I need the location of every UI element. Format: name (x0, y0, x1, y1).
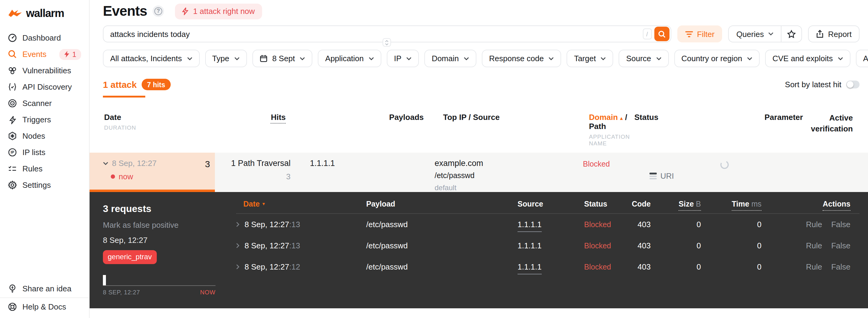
filter-chip-application[interactable]: Application (318, 50, 381, 67)
results-summary: 1 attack 7 hits Sort by latest hit (103, 79, 860, 90)
favorite-query-button[interactable] (781, 25, 802, 42)
chevron-down-icon (234, 57, 239, 60)
request-row[interactable]: 8 Sep, 12:27:12 /etc/passwd 1.1.1.1 Bloc… (236, 256, 860, 278)
chevron-right-icon[interactable] (236, 264, 240, 269)
attack-count-tab[interactable]: 1 attack (103, 79, 137, 90)
rule-action-link[interactable]: Rule (806, 241, 822, 250)
rule-action-link[interactable]: Rule (806, 262, 822, 271)
bolt-icon (64, 51, 70, 58)
report-button[interactable]: Report (808, 25, 860, 42)
column-header-status[interactable]: Status (629, 113, 745, 147)
svg-text:IP: IP (10, 150, 14, 154)
requests-timeline-chart: 8 SEP, 12:27 NOW (103, 276, 216, 296)
bolt-icon (8, 115, 17, 124)
filter-chip-cve[interactable]: CVE and exploits (765, 50, 850, 67)
request-size: 0 (651, 220, 701, 229)
chevron-right-icon[interactable] (236, 243, 240, 248)
calendar-icon (259, 55, 267, 62)
help-icon[interactable]: ? (153, 5, 164, 17)
search-button[interactable] (654, 27, 669, 41)
column-header-actions[interactable]: Actions (762, 200, 850, 208)
sidebar-item-events[interactable]: Events 1 (0, 46, 89, 62)
sidebar-item-dashboard[interactable]: Dashboard (0, 30, 89, 46)
sidebar-item-label: Settings (22, 180, 51, 190)
sidebar-item-triggers[interactable]: Triggers (0, 111, 89, 128)
sidebar-item-api-discovery[interactable]: API Discovery (0, 79, 89, 95)
column-header-payload[interactable]: Payload (366, 200, 518, 208)
timeline-start-label: 8 SEP, 12:27 (103, 289, 140, 296)
sort-toggle[interactable] (846, 81, 860, 88)
attack-active-verification-cell (674, 153, 745, 192)
false-action-link[interactable]: False (831, 262, 850, 271)
attack-date-cell[interactable]: 8 Sep, 12:27 now 3 (90, 153, 215, 192)
chevron-down-icon (187, 57, 192, 60)
details-date: 8 Sep, 12:27 (103, 236, 236, 245)
sidebar-item-ip-lists[interactable]: IP IP lists (0, 144, 89, 161)
filter-chip-type[interactable]: Type (205, 50, 247, 67)
attack-domain[interactable]: example.com (435, 159, 578, 168)
attack-row[interactable]: 8 Sep, 12:27 now 3 1 Path Traversal 3 1.… (90, 153, 868, 192)
request-row[interactable]: 8 Sep, 12:27:13 /etc/passwd 1.1.1.1 Bloc… (236, 214, 860, 235)
filter-chip-target[interactable]: Target (567, 50, 614, 67)
mark-false-positive-link[interactable]: Mark as false positive (103, 221, 236, 230)
rule-action-link[interactable]: Rule (806, 220, 822, 229)
chevron-right-icon[interactable] (236, 222, 240, 227)
queries-button[interactable]: Queries (728, 25, 781, 42)
column-header-time[interactable]: Time ms (701, 200, 762, 208)
request-source[interactable]: 1.1.1.1 (518, 262, 584, 271)
false-action-link[interactable]: False (831, 220, 850, 229)
search-collapse-handle[interactable] (383, 38, 391, 47)
chevron-expanded-icon[interactable] (103, 162, 108, 165)
sidebar-item-rules[interactable]: Rules (0, 161, 89, 177)
filter-chip-country[interactable]: Country or region (674, 50, 760, 67)
filter-button[interactable]: Filter (677, 25, 722, 42)
sidebar-item-vulnerabilities[interactable]: Vulnerabilities (0, 62, 89, 79)
filter-chip-ip[interactable]: IP (387, 50, 419, 67)
false-action-link[interactable]: False (831, 241, 850, 250)
request-payload: /etc/passwd (366, 262, 518, 271)
column-header-top-ip[interactable]: Top IP / Source (424, 113, 578, 147)
column-header-hits[interactable]: Hits (215, 113, 290, 147)
sidebar-footer: Share an idea Help & Docs (0, 279, 89, 318)
column-header-payloads[interactable]: Payloads (290, 113, 424, 147)
wallarm-logo[interactable]: wallarm (0, 0, 89, 26)
request-status: Blocked (584, 241, 626, 250)
filter-chip-attacks-incidents[interactable]: All attacks, Incidents (103, 50, 199, 67)
column-header-status[interactable]: Status (584, 200, 626, 208)
request-row[interactable]: 8 Sep, 12:27:13 /etc/passwd 1.1.1.1 Bloc… (236, 235, 860, 256)
main-content: Events ? 1 attack right now attacks inci… (90, 0, 868, 318)
column-header-size[interactable]: Size B (651, 200, 701, 208)
request-time: 0 (701, 262, 762, 271)
column-header-source[interactable]: Source (518, 200, 584, 208)
filter-chip-api-protocols[interactable]: API protocols (856, 50, 868, 67)
request-details-panel: 3 requests Mark as false positive 8 Sep,… (90, 192, 868, 308)
column-header-domain-path[interactable]: Domain▲/ Path APPLICATION NAME (578, 113, 629, 147)
page: wallarm Dashboard Events 1 Vulnerabiliti… (0, 0, 868, 318)
filter-chip-date[interactable]: 8 Sept (252, 50, 312, 67)
column-header-active-verification[interactable]: Active verification (803, 113, 868, 147)
share-an-idea-link[interactable]: Share an idea (0, 279, 89, 297)
request-payload: /etc/passwd (366, 220, 518, 229)
verification-spinner-icon[interactable] (720, 160, 730, 170)
column-header-code[interactable]: Code (626, 200, 651, 208)
sidebar-item-settings[interactable]: Settings (0, 177, 89, 193)
filter-chip-response-code[interactable]: Response code (482, 50, 561, 67)
column-header-date[interactable]: Date DURATION (90, 113, 215, 147)
attack-top-ip[interactable]: 1.1.1.1 (310, 159, 335, 168)
filter-chip-domain[interactable]: Domain (424, 50, 476, 67)
column-header-parameter[interactable]: Parameter (745, 113, 803, 147)
parameter-list-icon (650, 173, 657, 179)
attack-payload-type[interactable]: 1 Path Traversal (215, 159, 290, 168)
sidebar-item-scanner[interactable]: Scanner (0, 95, 89, 111)
column-header-date[interactable]: Date▼ (236, 200, 366, 208)
search-input[interactable]: attacks incidents today / (103, 25, 671, 42)
sidebar-item-label: Vulnerabilities (22, 66, 71, 75)
sidebar-item-nodes[interactable]: Nodes (0, 128, 89, 144)
request-source[interactable]: 1.1.1.1 (518, 220, 584, 229)
request-source[interactable]: 1.1.1.1 (518, 241, 584, 250)
attack-tag-badge[interactable]: generic_ptrav (103, 250, 156, 264)
request-actions: Rule False (762, 262, 850, 271)
filter-chip-source[interactable]: Source (619, 50, 669, 67)
attack-right-now-badge[interactable]: 1 attack right now (175, 3, 262, 19)
help-and-docs-link[interactable]: Help & Docs (0, 297, 89, 316)
